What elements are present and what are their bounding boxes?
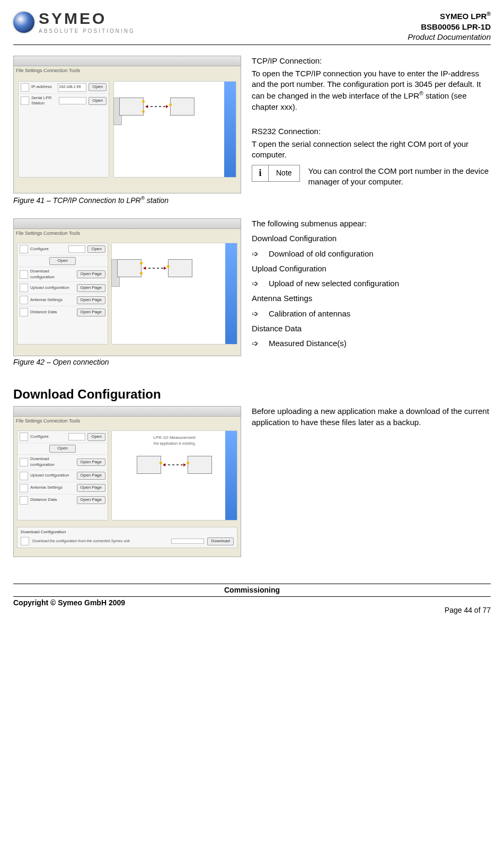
submenu-h4: Distance Data [252,323,491,334]
figure-42-screenshot: File Settings Connection Tools Configure… [13,218,241,356]
tcp-body: To open the TCP/IP connection you have t… [252,68,491,112]
arrow-icon: ➩ [252,249,261,259]
submenu-h3: Antenna Settings [252,293,491,304]
figure-42-caption: Figure 42 – Open connection [13,357,241,367]
header-doc-info: SYMEO LPR® BSB00056 LPR-1D Product Docum… [408,11,491,42]
footer-section: Commissioning [13,584,491,595]
submenu-h1: Download Configuration [252,233,491,244]
submenu-d1: Download of old configuration [269,249,374,259]
logo: SYMEO ABSOLUTE POSITIONING [13,11,135,35]
logo-sphere-icon [13,12,34,33]
header-line2: BSB00056 LPR-1D [408,22,491,32]
note-box: i Note [252,165,300,182]
tcp-title: TCP/IP Connection: [252,56,491,66]
figure-download-screenshot: File Settings Connection Tools Configure… [13,406,241,557]
header-line3: Product Documentation [408,32,491,42]
note-text: You can control the COM port number in t… [308,165,491,188]
figure-41-caption: Figure 41 – TCP/IP Connection to LPR® st… [13,195,241,206]
submenu-h2: Upload Configuration [252,263,491,274]
footer-copyright: Copyright © Symeo GmbH 2009 [13,598,125,615]
download-body: Before uploading a new application make … [252,406,491,428]
header-line1: SYMEO LPR [440,12,487,21]
submenu-d4: Measured Distance(s) [269,338,347,349]
download-heading: Download Configuration [13,386,491,403]
submenu-d2: Upload of new selected configuration [269,278,399,289]
arrow-icon: ➩ [252,338,261,349]
arrow-icon: ➩ [252,278,261,289]
info-icon: i [252,165,269,181]
page-header: SYMEO ABSOLUTE POSITIONING SYMEO LPR® BS… [13,11,491,45]
rs232-title: RS232 Connection: [252,126,491,137]
page-footer: Commissioning Copyright © Symeo GmbH 200… [13,584,491,615]
submenu-intro: The following submenus appear: [252,218,491,229]
arrow-icon: ➩ [252,308,261,319]
footer-page: Page 44 of 77 [445,605,491,615]
note-label: Note [269,165,299,181]
submenu-d3: Calibration of antennas [269,308,350,319]
figure-41-screenshot: File Settings Connection Tools IP-addres… [13,56,241,193]
logo-name: SYMEO [39,11,135,27]
rs232-body: T open the serial connection select the … [252,139,491,161]
logo-tagline: ABSOLUTE POSITIONING [39,28,135,35]
